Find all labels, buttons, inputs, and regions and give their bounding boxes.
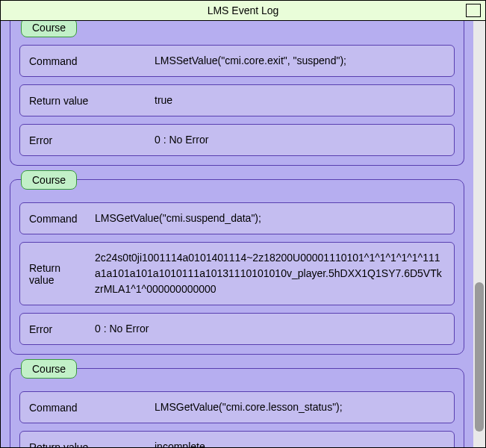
- event-list: Course Command LMSSetValue("cmi.core.exi…: [1, 21, 473, 447]
- return-value: 2c24s0t0ji1001114a0101401114~2z18200U000…: [95, 243, 454, 305]
- error-row: Error 0 : No Error: [19, 124, 455, 156]
- command-label: Command: [20, 205, 95, 232]
- command-row: Command LMSGetValue("cmi.suspend_data");: [19, 202, 455, 234]
- event-legend: Course: [21, 21, 77, 37]
- error-row: Error 0 : No Error: [19, 313, 455, 345]
- event-legend: Course: [21, 359, 77, 379]
- event-legend: Course: [21, 170, 77, 190]
- lms-event-log-window: LMS Event Log Course Command LMSSetValue…: [0, 0, 486, 448]
- error-label: Error: [20, 316, 95, 343]
- error-value: 0 : No Error: [155, 125, 454, 155]
- return-label: Return value: [20, 255, 95, 293]
- command-row: Command LMSGetValue("cmi.core.lesson_sta…: [19, 391, 455, 423]
- return-label: Return value: [20, 434, 155, 448]
- return-row: Return value true: [19, 84, 455, 116]
- command-value: LMSGetValue("cmi.suspend_data");: [95, 203, 454, 234]
- return-row: Return value incomplete: [19, 431, 455, 447]
- titlebar: LMS Event Log: [1, 1, 485, 21]
- window-title: LMS Event Log: [1, 4, 485, 16]
- return-value: true: [155, 85, 454, 116]
- return-label: Return value: [20, 87, 155, 114]
- command-value: LMSGetValue("cmi.core.lesson_status");: [155, 392, 454, 423]
- return-value: incomplete: [155, 432, 454, 447]
- event-group: Course Command LMSGetValue("cmi.suspend_…: [10, 179, 464, 355]
- error-label: Error: [20, 127, 155, 154]
- command-value: LMSSetValue("cmi.core.exit", "suspend");: [155, 46, 454, 76]
- return-row: Return value 2c24s0t0ji1001114a010140111…: [19, 242, 455, 305]
- scroll-area: Course Command LMSSetValue("cmi.core.exi…: [1, 21, 485, 447]
- titlebar-decoration-icon: [466, 4, 481, 17]
- command-row: Command LMSSetValue("cmi.core.exit", "su…: [19, 45, 455, 77]
- command-label: Command: [20, 394, 155, 421]
- error-value: 0 : No Error: [95, 314, 454, 344]
- scrollbar-thumb[interactable]: [475, 282, 484, 432]
- event-group: Course Command LMSSetValue("cmi.core.exi…: [10, 21, 464, 166]
- command-label: Command: [20, 48, 155, 75]
- event-group: Course Command LMSGetValue("cmi.core.les…: [10, 368, 464, 447]
- scrollbar-track[interactable]: [473, 21, 485, 447]
